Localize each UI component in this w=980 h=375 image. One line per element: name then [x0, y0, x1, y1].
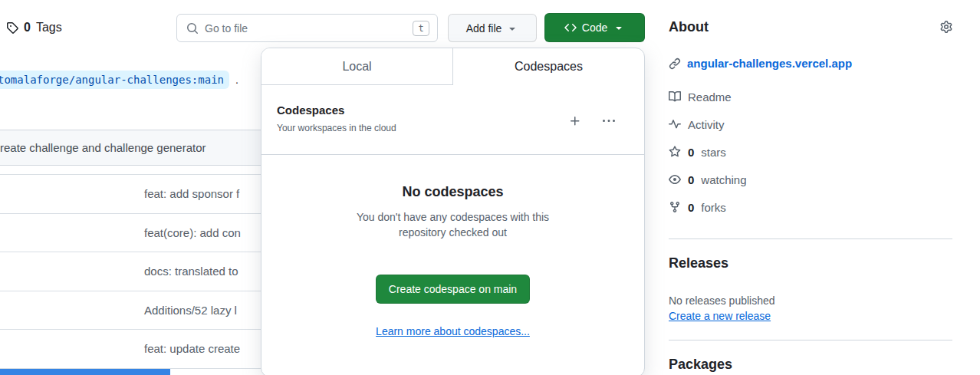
book-icon — [669, 90, 681, 103]
commit-message[interactable]: feat: update create — [144, 342, 240, 355]
empty-state-description: You don't have any codespaces with this … — [261, 209, 644, 241]
learn-more-link[interactable]: Learn more about codespaces... — [376, 325, 530, 337]
tags-count: 0 — [24, 21, 31, 35]
tab-codespaces[interactable]: Codespaces — [453, 48, 644, 85]
commit-message[interactable]: Additions/52 lazy l — [144, 304, 237, 317]
go-to-file-search[interactable]: t — [176, 14, 438, 42]
commit-message[interactable]: docs: translated to — [144, 265, 238, 278]
watching-count: 0 — [688, 173, 694, 186]
star-icon — [669, 146, 681, 158]
branch-reference: tomalaforge/angular-challenges:main . — [0, 71, 238, 89]
branch-ref-chip[interactable]: tomalaforge/angular-challenges:main — [0, 71, 229, 89]
website-link-row[interactable]: angular-challenges.vercel.app — [669, 57, 952, 70]
code-icon — [564, 21, 577, 34]
code-button-label: Code — [582, 21, 607, 34]
gear-icon[interactable] — [940, 21, 952, 33]
latest-commit-message[interactable]: reate challenge and challenge generator — [0, 141, 206, 154]
shortcut-key-badge: t — [413, 21, 429, 36]
forks-count: 0 — [688, 201, 694, 214]
add-file-button[interactable]: Add file — [448, 14, 537, 42]
add-file-label: Add file — [466, 22, 502, 35]
code-button[interactable]: Code — [544, 13, 645, 42]
highlighted-row-fragment — [0, 369, 170, 375]
search-icon — [186, 22, 199, 35]
codespaces-actions — [569, 115, 615, 127]
stars-label: stars — [701, 146, 726, 159]
kebab-menu-icon[interactable] — [603, 115, 615, 127]
commit-message[interactable]: feat: add sponsor f — [144, 187, 239, 200]
watching-link[interactable]: 0 watching — [669, 171, 952, 188]
eye-icon — [669, 173, 681, 186]
releases-empty-text: No releases published — [669, 293, 952, 308]
chevron-down-icon — [613, 21, 625, 34]
releases-title: Releases — [669, 253, 952, 273]
code-dropdown-tabs: Local Codespaces — [261, 48, 644, 85]
fork-icon — [669, 201, 681, 213]
about-sidebar: About angular-challenges.vercel.app Read… — [669, 0, 952, 374]
search-input[interactable] — [205, 22, 406, 35]
tags-link[interactable]: 0 Tags — [6, 19, 62, 36]
codespaces-header: Codespaces Your workspaces in the cloud — [261, 85, 644, 155]
tab-local[interactable]: Local — [261, 48, 453, 85]
activity-label: Activity — [688, 118, 725, 131]
code-dropdown-panel: Local Codespaces Codespaces Your workspa… — [261, 48, 645, 375]
repo-page: tomalaforge/angular-challenges:main . re… — [0, 0, 980, 375]
packages-title: Packages — [669, 354, 952, 374]
link-icon — [669, 58, 681, 70]
activity-link[interactable]: Activity — [669, 116, 952, 133]
commit-message[interactable]: feat(core): add con — [144, 226, 241, 239]
branch-ref-period: . — [235, 74, 238, 86]
create-codespace-button[interactable]: Create codespace on main — [376, 275, 530, 304]
sidebar-divider — [669, 340, 952, 340]
stars-link[interactable]: 0 stars — [669, 143, 952, 160]
readme-link[interactable]: Readme — [669, 88, 952, 105]
tags-label: Tags — [36, 21, 62, 35]
forks-link[interactable]: 0 forks — [669, 199, 952, 215]
forks-label: forks — [701, 201, 726, 214]
chevron-down-icon — [506, 22, 518, 35]
tag-icon — [6, 21, 18, 34]
pulse-icon — [669, 118, 681, 130]
about-title: About — [669, 17, 709, 37]
readme-label: Readme — [688, 90, 732, 104]
codespaces-empty-state: No codespaces You don't have any codespa… — [261, 155, 644, 338]
stars-count: 0 — [688, 146, 694, 159]
empty-state-title: No codespaces — [261, 184, 644, 200]
website-link[interactable]: angular-challenges.vercel.app — [687, 57, 852, 70]
watching-label: watching — [701, 173, 746, 186]
create-release-link[interactable]: Create a new release — [669, 310, 771, 322]
plus-icon[interactable] — [569, 115, 581, 127]
sidebar-divider — [669, 238, 952, 239]
